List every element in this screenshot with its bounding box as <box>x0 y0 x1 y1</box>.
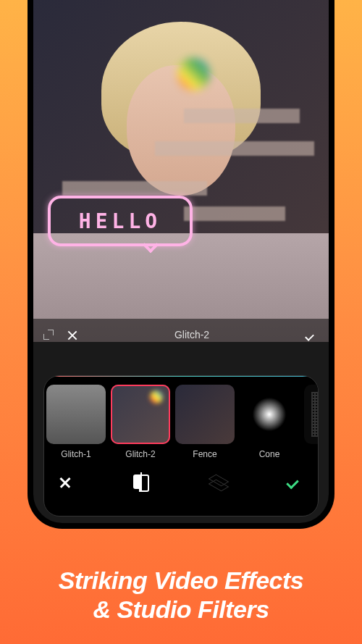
phone-frame: HELLO Glitch-2 <box>28 0 334 529</box>
effect-thumbnail <box>46 385 106 444</box>
promo-headline: Striking Video Effects & Studio Filters <box>0 566 362 624</box>
current-effect-label: Glitch-2 <box>78 329 306 340</box>
apply-icon[interactable] <box>287 476 303 488</box>
glitch-artifact <box>184 206 285 221</box>
sticker-text: HELLO <box>79 209 161 233</box>
effect-item-ascii[interactable]: Ascii <box>304 385 318 459</box>
effect-label: Fence <box>193 449 216 459</box>
effect-label: Glitch-2 <box>125 449 155 459</box>
effect-label: Cone <box>259 449 280 459</box>
glitch-artifact <box>155 141 314 156</box>
effect-item-fence[interactable]: Fence <box>175 385 235 459</box>
effect-control-bar: Glitch-2 <box>33 319 329 342</box>
effect-item-glitch-1[interactable]: Glitch-1 <box>46 385 106 459</box>
glitch-artifact <box>62 181 207 196</box>
effect-item-cone[interactable]: Cone <box>240 385 299 459</box>
effect-thumbnail <box>240 385 299 444</box>
fullscreen-exit-icon[interactable] <box>43 330 54 340</box>
cancel-icon[interactable] <box>59 475 72 488</box>
layers-icon[interactable] <box>211 474 226 489</box>
hello-sticker[interactable]: HELLO <box>48 196 193 255</box>
close-icon[interactable] <box>67 329 78 340</box>
phone-screen: HELLO Glitch-2 <box>33 0 329 523</box>
effects-strip[interactable]: Glitch-1Glitch-2FenceConeAscii <box>44 385 318 459</box>
effects-panel: Glitch-1Glitch-2FenceConeAscii <box>43 375 319 517</box>
effect-thumbnail <box>175 385 235 444</box>
effect-thumbnail <box>111 385 170 444</box>
effect-thumbnail <box>304 385 318 444</box>
glitch-artifact <box>184 109 300 123</box>
compare-icon[interactable] <box>133 472 149 491</box>
effect-label: Glitch-1 <box>61 449 90 459</box>
video-preview[interactable]: HELLO Glitch-2 <box>33 0 329 342</box>
confirm-icon[interactable] <box>306 330 319 340</box>
effect-item-glitch-2[interactable]: Glitch-2 <box>111 385 170 459</box>
promo-line-1: Striking Video Effects <box>0 566 362 595</box>
promo-line-2: & Studio Filters <box>0 595 362 624</box>
